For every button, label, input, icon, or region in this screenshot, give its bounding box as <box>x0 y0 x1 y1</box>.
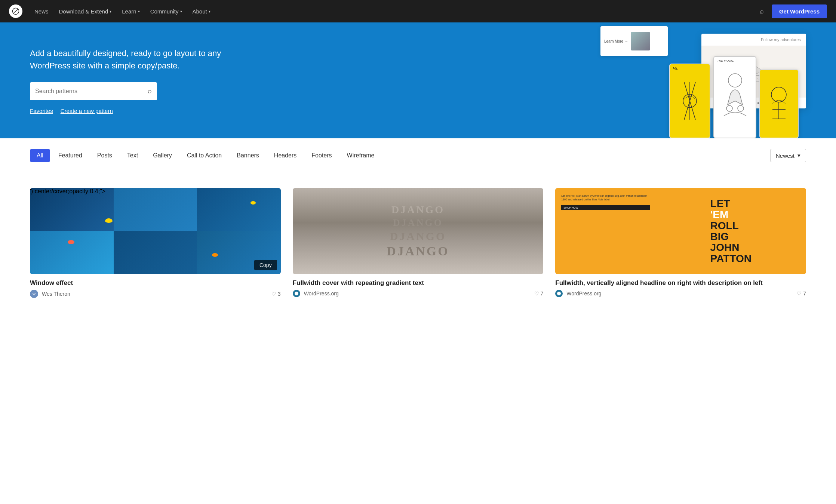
hero-content: Add a beautifully designed, ready to go … <box>30 47 232 114</box>
tarot-card-1: VII. <box>669 64 710 138</box>
nav-news[interactable]: News <box>30 5 53 18</box>
chevron-down-icon: ▾ <box>180 9 182 13</box>
filter-tab-footers[interactable]: Footers <box>305 149 338 162</box>
nav-download[interactable]: Download & Extend ▾ <box>55 5 116 18</box>
sort-selected-label: Newest <box>776 153 794 159</box>
patterns-grid-section: ') center/cover;opacity:0.4;"> <box>0 173 836 313</box>
search-box: ⌕ <box>30 82 157 100</box>
django-visual: DJANGO DJANGO DJANGO DJANGO <box>293 188 544 274</box>
tarot-card-2: THE MOON. <box>713 56 756 138</box>
sort-dropdown[interactable]: Newest ▾ <box>770 149 806 162</box>
heart-icon: ♡ <box>534 291 539 296</box>
nav-about[interactable]: About ▾ <box>188 5 215 18</box>
chevron-down-icon: ▾ <box>138 9 140 13</box>
pattern-title: Window effect <box>30 279 281 287</box>
nav-learn[interactable]: Learn ▾ <box>117 5 144 18</box>
ocean-grid-visual: ') center/cover;opacity:0.4;"> <box>30 188 281 274</box>
pattern-title: Fullwidth cover with repeating gradient … <box>293 279 544 287</box>
filter-tab-banners[interactable]: Banners <box>230 149 266 162</box>
copy-button[interactable]: Copy <box>254 260 277 270</box>
filter-tab-headers[interactable]: Headers <box>267 149 303 162</box>
author-avatar: W <box>30 290 38 298</box>
pattern-title: Fullwidth, vertically aligned headline o… <box>555 279 806 287</box>
pattern-card: DJANGO DJANGO DJANGO DJANGO Fullwidth co… <box>293 188 544 298</box>
search-input[interactable] <box>35 88 148 95</box>
nav-links: News Download & Extend ▾ Learn ▾ Communi… <box>30 5 755 18</box>
hero-title: Add a beautifully designed, ready to go … <box>30 47 232 72</box>
orange-description: Let 'em Roll is an album by American org… <box>561 194 649 202</box>
like-count: ♡ 7 <box>534 291 544 296</box>
wp-logo-icon <box>293 290 300 297</box>
like-number: 7 <box>541 291 544 296</box>
search-button[interactable]: ⌕ <box>755 4 769 18</box>
wordpress-logo[interactable] <box>9 4 22 18</box>
nav-community[interactable]: Community ▾ <box>146 5 187 18</box>
filter-tab-text[interactable]: Text <box>120 149 145 162</box>
orange-left-col: Let 'em Roll is an album by American org… <box>555 188 655 274</box>
big-text-visual: LET'EMROLLBIGJOHNPATTON <box>710 198 752 264</box>
filter-tabs: All Featured Posts Text Gallery Call to … <box>30 149 770 162</box>
like-number: 3 <box>278 291 281 297</box>
pattern-meta: WordPress.org ♡ 7 <box>293 290 544 297</box>
orange-right-col: LET'EMROLLBIGJOHNPATTON <box>656 188 806 274</box>
search-submit-button[interactable]: ⌕ <box>148 87 152 95</box>
chevron-down-icon: ▾ <box>110 9 111 13</box>
pattern-meta: W Wes Theron ♡ 3 <box>30 290 281 298</box>
svg-point-6 <box>726 105 732 111</box>
filter-tab-featured[interactable]: Featured <box>52 149 89 162</box>
heart-icon: ♡ <box>797 291 802 296</box>
filter-tab-wireframe[interactable]: Wireframe <box>340 149 381 162</box>
patterns-grid: ') center/cover;opacity:0.4;"> <box>30 188 806 298</box>
pattern-thumbnail: Let 'em Roll is an album by American org… <box>555 188 806 274</box>
hero-card-small: Learn More → <box>600 26 668 56</box>
pattern-meta: WordPress.org ♡ 7 <box>555 290 806 297</box>
heart-icon: ♡ <box>271 291 276 297</box>
chevron-down-icon: ▾ <box>797 152 800 159</box>
author-name: WordPress.org <box>566 291 601 296</box>
get-wordpress-button[interactable]: Get WordPress <box>772 4 827 18</box>
like-count: ♡ 3 <box>271 291 281 297</box>
filter-bar: All Featured Posts Text Gallery Call to … <box>0 138 836 173</box>
pattern-thumbnail: DJANGO DJANGO DJANGO DJANGO <box>293 188 544 274</box>
like-number: 7 <box>803 291 806 296</box>
pattern-thumbnail: ') center/cover;opacity:0.4;"> <box>30 188 281 274</box>
hero-section: Add a beautifully designed, ready to go … <box>0 22 836 138</box>
like-count: ♡ 7 <box>797 291 806 296</box>
svg-point-5 <box>728 74 742 87</box>
pattern-card: ') center/cover;opacity:0.4;"> <box>30 188 281 298</box>
create-pattern-link[interactable]: Create a new pattern <box>61 108 113 114</box>
chevron-down-icon: ▾ <box>209 9 210 13</box>
author-name: WordPress.org <box>304 291 339 296</box>
filter-tab-posts[interactable]: Posts <box>90 149 119 162</box>
author-name: Wes Theron <box>42 291 70 297</box>
svg-point-8 <box>771 87 786 102</box>
shop-now-label: SHOP NOW <box>561 205 649 210</box>
favorites-link[interactable]: Favorites <box>30 108 53 114</box>
tarot-card-3 <box>759 69 799 138</box>
hero-links: Favorites Create a new pattern <box>30 108 232 114</box>
hero-visual: Follow my adventures ✉ ✦ ● VII. <box>597 22 814 138</box>
filter-tab-cta[interactable]: Call to Action <box>180 149 228 162</box>
filter-tab-all[interactable]: All <box>30 149 50 162</box>
filter-tab-gallery[interactable]: Gallery <box>146 149 179 162</box>
orange-visual: Let 'em Roll is an album by American org… <box>555 188 806 274</box>
svg-point-7 <box>738 105 744 111</box>
wp-logo-icon <box>555 290 563 297</box>
main-nav: News Download & Extend ▾ Learn ▾ Communi… <box>0 0 836 22</box>
pattern-card: Let 'em Roll is an album by American org… <box>555 188 806 298</box>
